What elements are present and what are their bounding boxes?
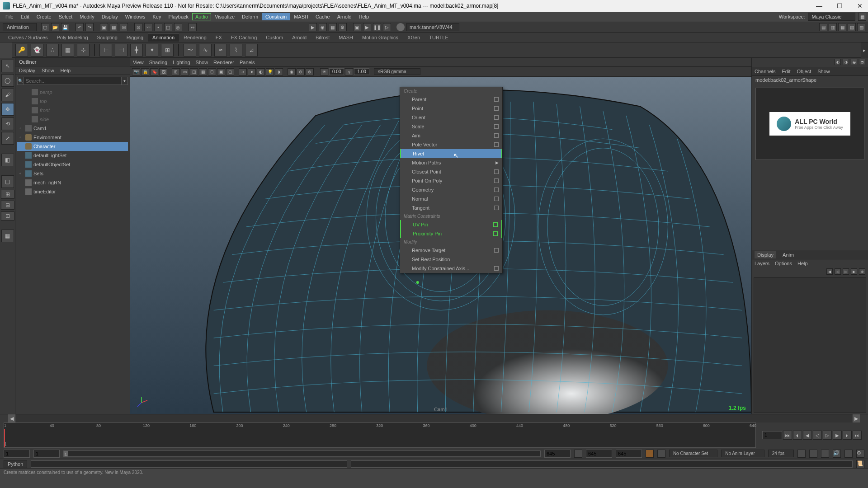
vp-xray[interactable]: ⊘ [297,68,305,75]
shelf-anim3-button[interactable]: ╋ [130,44,143,56]
cm-uv-pin[interactable]: UV Pin [400,220,502,229]
outliner-item-defaultlightset[interactable]: defaultLightSet [17,151,128,160]
shelf-anim4-button[interactable]: ✦ [146,44,158,56]
snap-grid-button[interactable]: ⊡ [134,23,142,31]
minimize-button[interactable]: — [813,2,825,9]
anim-end-field-2[interactable] [616,450,642,458]
menu-deform[interactable]: Deform [238,13,262,20]
menu-playback[interactable]: Playback [165,13,192,20]
vp-res-gate[interactable]: ◫ [190,68,198,75]
cb-tab-object[interactable]: Object [797,69,811,74]
vp-xray-joints[interactable]: ⊗ [306,68,314,75]
cmd-language-dropdown[interactable]: Python [4,460,27,468]
cm-rivet[interactable]: Rivet [400,149,502,158]
vp-menu-lighting[interactable]: Lighting [173,60,190,65]
menu-modify[interactable]: Modify [76,13,98,20]
script-editor-button[interactable]: 📜 [856,460,864,468]
layer-menu-layers[interactable]: Layers [755,261,769,266]
shelf-bake-button[interactable]: ▦ [61,44,74,56]
shelf-tab-custom[interactable]: Custom [261,33,288,42]
vp-shadows[interactable]: ◗ [275,68,283,75]
shelf-tab-fxcache[interactable]: FX Caching [226,33,261,42]
cm-point-on-poly[interactable]: Point On Poly [400,176,502,185]
range-btn-4[interactable] [809,450,817,458]
undo-button[interactable]: ↶ [75,23,84,31]
play-button[interactable]: ▶ [363,23,371,31]
workspace-dropdown[interactable]: Maya Classic [808,13,855,21]
shelf-tab-bifrost[interactable]: Bifrost [311,33,334,42]
outliner-menu-show[interactable]: Show [42,68,54,73]
cb-node-name[interactable]: model:back02_armorShape [752,76,868,84]
snap-plane-button[interactable]: ◫ [164,23,172,31]
shelf-tab-fx[interactable]: FX [211,33,226,42]
playblast-button[interactable]: ▣ [353,23,361,31]
menu-display[interactable]: Display [98,13,122,20]
cm-motion-paths[interactable]: Motion Paths▶ [400,158,502,167]
outliner-menu-display[interactable]: Display [19,68,35,73]
open-scene-button[interactable]: 📂 [51,23,59,31]
next-button[interactable]: ▷ [383,23,391,31]
layer-btn-4[interactable]: ▶ [851,268,857,275]
menu-set-dropdown[interactable]: Animation [3,23,37,31]
anim-layer-dropdown[interactable]: No Anim Layer [721,450,764,457]
outliner-item-side[interactable]: side [17,115,128,124]
command-input[interactable] [31,460,347,468]
workspace-icon[interactable]: ▦ [858,13,866,21]
sound-button[interactable]: 🔊 [833,450,841,458]
sidebar-toggle-3[interactable]: ▦ [838,23,846,31]
shelf-trail-button[interactable]: ∴ [46,44,59,56]
layer-list[interactable] [754,277,866,413]
layout-two-h[interactable]: ⊟ [1,201,14,210]
vp-safe-action[interactable]: ▣ [217,68,225,75]
shelf-curve5-button[interactable]: ⊿ [245,44,258,56]
shelf-scroll-right[interactable]: ▸ [861,42,868,58]
cm-geometry[interactable]: Geometry [400,185,502,194]
cm-proximity-pin[interactable]: Proximity Pin [400,229,502,238]
layer-tab-anim[interactable]: Anim [783,252,794,258]
outliner-item-mechrigrn[interactable]: mech_rigRN [17,178,128,187]
menu-windows[interactable]: Windows [122,13,149,20]
shelf-tab-motiongfx[interactable]: Motion Graphics [358,33,403,42]
select-tool[interactable]: ↖ [1,60,14,72]
cm-point[interactable]: Point [400,104,502,113]
cm-normal[interactable]: Normal [400,194,502,203]
cm-closest-point[interactable]: Closest Point [400,167,502,176]
layer-btn-2[interactable]: ◁ [835,268,841,275]
layer-menu-options[interactable]: Options [775,261,792,266]
maximize-button[interactable]: ☐ [834,2,845,9]
vp-gamma-field[interactable]: 1.00 [354,68,369,75]
cm-remove-target[interactable]: Remove Target [400,246,502,255]
layout-custom[interactable]: ▦ [1,230,14,242]
menu-audio[interactable]: Audio [192,13,211,20]
shelf-tab-turtle[interactable]: TURTLE [425,33,453,42]
outliner-item-timeeditor[interactable]: timeEditor [17,187,128,196]
play-back-button[interactable]: ◁ [813,431,822,440]
cm-aim[interactable]: Aim [400,131,502,140]
range-lock-icon[interactable] [574,450,582,458]
range-btn-3[interactable] [797,450,806,458]
cm-scale[interactable]: Scale [400,122,502,131]
user-name-dropdown[interactable]: mark.tannerV8W44 [406,23,459,31]
range-btn-5[interactable] [821,450,829,458]
playback-end-field[interactable] [544,450,571,458]
cb-tab-channels[interactable]: Channels [755,69,775,74]
vp-select-cam[interactable]: 📷 [132,68,140,75]
outliner-item-cam1[interactable]: +Cam1 [17,124,128,133]
shelf-key-button[interactable]: 🔑 [15,44,28,56]
shelf-anim5-button[interactable]: ⊞ [161,44,174,56]
layer-btn-5[interactable]: ⊕ [859,268,865,275]
outliner-search-input[interactable] [24,77,122,85]
fps-dropdown[interactable]: 24 fps [768,450,794,457]
lasso-tool[interactable]: ◯ [1,74,14,87]
layout-four[interactable]: ⊞ [1,190,14,199]
menu-file[interactable]: File [2,13,17,20]
anim-end-field[interactable] [586,450,612,458]
vp-shaded[interactable]: ● [248,68,256,75]
snap-point-button[interactable]: • [154,23,162,31]
cm-tangent[interactable]: Tangent [400,203,502,212]
shelf-tab-rendering[interactable]: Rendering [179,33,211,42]
sym-button[interactable]: ⇔ [189,23,197,31]
step-back-key-button[interactable]: ⏴ [793,431,802,440]
close-button[interactable]: ✕ [854,2,865,9]
layer-menu-help[interactable]: Help [797,261,808,266]
